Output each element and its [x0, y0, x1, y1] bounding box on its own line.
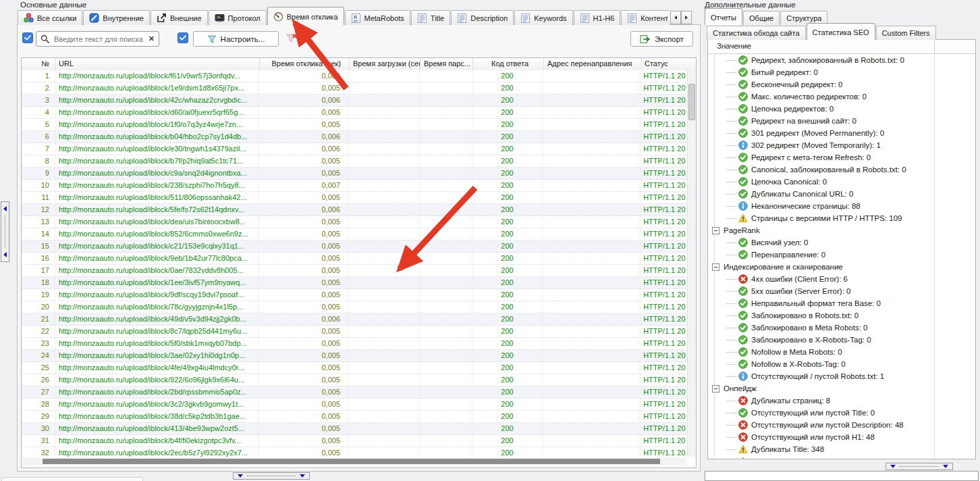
tree-item[interactable]: 302 редирект (Moved Temporarily): 1: [708, 139, 975, 151]
tree-item[interactable]: Отсутствующий или пустой Title: 0: [708, 407, 975, 419]
tree-item[interactable]: Неканонические страницы: 88: [708, 200, 975, 212]
subtab-crawl-stats[interactable]: Статистика обхода сайта: [707, 26, 806, 40]
tree-item[interactable]: Цепочка Canonical: 0: [708, 176, 975, 188]
table-row[interactable]: 4http://monzaauto.ru/upload/iblock/d60/a…: [22, 107, 688, 119]
tree-item[interactable]: Заблокировано в Meta Robots: 0: [708, 322, 975, 334]
tab-protocol[interactable]: Протокол: [209, 10, 267, 25]
table-row[interactable]: 20http://monzaauto.ru/upload/iblock/78c/…: [22, 301, 688, 313]
table-row[interactable]: 11http://monzaauto.ru/upload/iblock/511/…: [22, 192, 688, 204]
tab-scroll-left-button[interactable]: [670, 11, 681, 24]
tab-title[interactable]: Title: [411, 10, 450, 25]
table-row[interactable]: 17http://monzaauto.ru/upload/iblock/0ae/…: [22, 265, 688, 277]
tree-group[interactable]: Онпейдж: [708, 382, 975, 395]
table-row[interactable]: 30http://monzaauto.ru/upload/iblock/413/…: [22, 423, 688, 435]
table-row[interactable]: 6http://monzaauto.ru/upload/iblock/b04/h…: [22, 131, 688, 143]
tab-all-links[interactable]: Все ссылки: [18, 10, 82, 25]
table-row[interactable]: 9http://monzaauto.ru/upload/iblock/c9a/s…: [22, 168, 688, 180]
table-row[interactable]: 10http://monzaauto.ru/upload/iblock/238/…: [22, 180, 688, 192]
table-row[interactable]: 18http://monzaauto.ru/upload/iblock/1ee/…: [22, 277, 688, 289]
tab-scroll-right-button[interactable]: [681, 11, 692, 24]
table-row[interactable]: 23http://monzaauto.ru/upload/iblock/5f0/…: [22, 338, 688, 350]
table-row[interactable]: 21http://monzaauto.ru/upload/iblock/49d/…: [22, 313, 688, 326]
right-bottom-splitter[interactable]: [886, 463, 953, 470]
table-row[interactable]: 14http://monzaauto.ru/upload/iblock/852/…: [22, 228, 688, 240]
tree-item[interactable]: Перенаправление: 0: [708, 249, 975, 261]
table-row[interactable]: 8http://monzaauto.ru/upload/iblock/b7f/p…: [22, 155, 688, 168]
column-header-5[interactable]: Код ответа: [473, 58, 544, 70]
tree-item[interactable]: 4xx ошибки (Client Error): 6: [708, 273, 975, 285]
search-input[interactable]: [53, 34, 145, 44]
column-header-2[interactable]: Время отклика (сек): [260, 58, 350, 70]
table-row[interactable]: 1http://monzaauto.ru/upload/iblock/f61/v…: [22, 70, 688, 82]
tree-item[interactable]: Страницы с версиями HTTP / HTTPS: 109: [708, 212, 975, 224]
table-row[interactable]: 16http://monzaauto.ru/upload/iblock/9eb/…: [22, 253, 688, 265]
column-header-3[interactable]: Время загрузки (сек): [350, 58, 420, 70]
table-row[interactable]: 22http://monzaauto.ru/upload/iblock/8c7/…: [22, 326, 688, 338]
table-row[interactable]: 5http://monzaauto.ru/upload/iblock/1f0/o…: [22, 119, 688, 131]
tree-item[interactable]: Битый редирект: 0: [708, 66, 975, 78]
tree-item[interactable]: Неправильный формат тега Base: 0: [708, 297, 975, 309]
tree-item[interactable]: 301 редирект (Moved Permanently): 0: [708, 127, 975, 139]
tree-group[interactable]: Индексирование и сканирование: [708, 261, 975, 273]
table-row[interactable]: 25http://monzaauto.ru/upload/iblock/4fe/…: [22, 362, 688, 374]
search-clear-icon[interactable]: ✕: [148, 34, 155, 43]
tab-keywords[interactable]: Keywords: [514, 10, 572, 25]
column-header-4[interactable]: Время парс...: [420, 58, 473, 70]
tree-item[interactable]: Заблокировано в Robots.txt: 0: [708, 309, 975, 322]
column-header-6[interactable]: Адрес перенаправления: [544, 58, 642, 70]
tree-item[interactable]: Дубликаты Canonical URL: 0: [708, 188, 975, 200]
filter-enable-checkbox[interactable]: [178, 32, 188, 43]
clear-filter-button[interactable]: [285, 32, 298, 45]
table-row[interactable]: 19http://monzaauto.ru/upload/iblock/9df/…: [22, 289, 688, 301]
search-enable-checkbox[interactable]: [22, 32, 33, 43]
collapse-expander-icon[interactable]: [712, 385, 719, 393]
configure-filter-button[interactable]: Настроить...: [193, 31, 279, 47]
tree-item[interactable]: Nofollow в X-Robots-Tag: 0: [708, 358, 975, 370]
tab-h1-h6[interactable]: H1-H6: [574, 10, 621, 25]
table-row[interactable]: 29http://monzaauto.ru/upload/iblock/38d/…: [22, 411, 688, 423]
tab-response-time[interactable]: Время отклика: [267, 7, 344, 25]
table-row[interactable]: 26http://monzaauto.ru/upload/iblock/922/…: [22, 374, 688, 386]
tab-description[interactable]: Description: [451, 10, 514, 25]
table-row[interactable]: 12http://monzaauto.ru/upload/iblock/5fe/…: [22, 204, 688, 216]
subtab-seo-stats[interactable]: Статистика SEO: [807, 23, 875, 40]
left-pane-collapse-splitter[interactable]: [1, 201, 9, 262]
tree-item[interactable]: Висячий узел: 0: [708, 236, 975, 249]
tree-header-value[interactable]: Значение: [708, 40, 975, 54]
tab-content[interactable]: Контент: [621, 10, 670, 25]
tree-item[interactable]: Отсутствующий или пустой H1: 48: [708, 431, 975, 443]
tree-item[interactable]: Отсутствующий / пустой Robots.txt: 1: [708, 370, 975, 382]
column-header-7[interactable]: Статус: [642, 58, 689, 70]
table-row[interactable]: 27http://monzaauto.ru/upload/iblock/2bd/…: [22, 386, 688, 399]
column-header-1[interactable]: URL: [55, 58, 260, 70]
tree-item[interactable]: [708, 455, 975, 459]
tree-item[interactable]: Макс. количество редиректов: 0: [708, 91, 975, 103]
table-row[interactable]: 28http://monzaauto.ru/upload/iblock/3c2/…: [22, 399, 688, 411]
tree-item[interactable]: Бесконечный редирект: 0: [708, 78, 975, 91]
bottom-panel-splitter[interactable]: [233, 472, 310, 480]
column-header-0[interactable]: №: [22, 58, 55, 70]
table-row[interactable]: 3http://monzaauto.ru/upload/iblock/42c/w…: [22, 95, 688, 107]
horizontal-scrollbar-thumb[interactable]: [43, 459, 660, 464]
tree-item[interactable]: Редирект с мета-тегом Refresh: 0: [708, 151, 975, 163]
tab-metarobots[interactable]: RMetaRobots: [345, 10, 410, 25]
table-vertical-scrollbar[interactable]: [687, 70, 696, 457]
tree-item[interactable]: Отсутствующий или пустой Description: 48: [708, 419, 975, 431]
tree-item[interactable]: Дубликаты страниц: 8: [708, 395, 975, 407]
table-row[interactable]: 32http://monzaauto.ru/upload/iblock/2ec/…: [22, 447, 688, 457]
tree-group[interactable]: PageRank: [708, 224, 975, 236]
tree-item[interactable]: Цепочка редиректов: 0: [708, 103, 975, 115]
tree-item[interactable]: 5xx ошибки (Server Error): 0: [708, 285, 975, 297]
vertical-scrollbar-thumb[interactable]: [688, 84, 695, 120]
table-row[interactable]: 24http://monzaauto.ru/upload/iblock/3ae/…: [22, 350, 688, 362]
collapse-expander-icon[interactable]: [712, 263, 719, 271]
table-row[interactable]: 13http://monzaauto.ru/upload/iblock/dea/…: [22, 216, 688, 228]
table-row[interactable]: 7http://monzaauto.ru/upload/iblock/e30/t…: [22, 143, 688, 155]
tree-item[interactable]: Дубликаты Title: 348: [708, 443, 975, 455]
table-row[interactable]: 15http://monzaauto.ru/upload/iblock/c21/…: [22, 240, 688, 253]
tab-internal[interactable]: Внутренние: [83, 10, 150, 25]
tree-item[interactable]: Nofollow в Meta Robots: 0: [708, 346, 975, 358]
table-row[interactable]: 31http://monzaauto.ru/upload/iblock/b4f/…: [22, 435, 688, 447]
subtab-custom-filters[interactable]: Custom Filters: [876, 26, 936, 40]
collapse-expander-icon[interactable]: [712, 227, 719, 234]
